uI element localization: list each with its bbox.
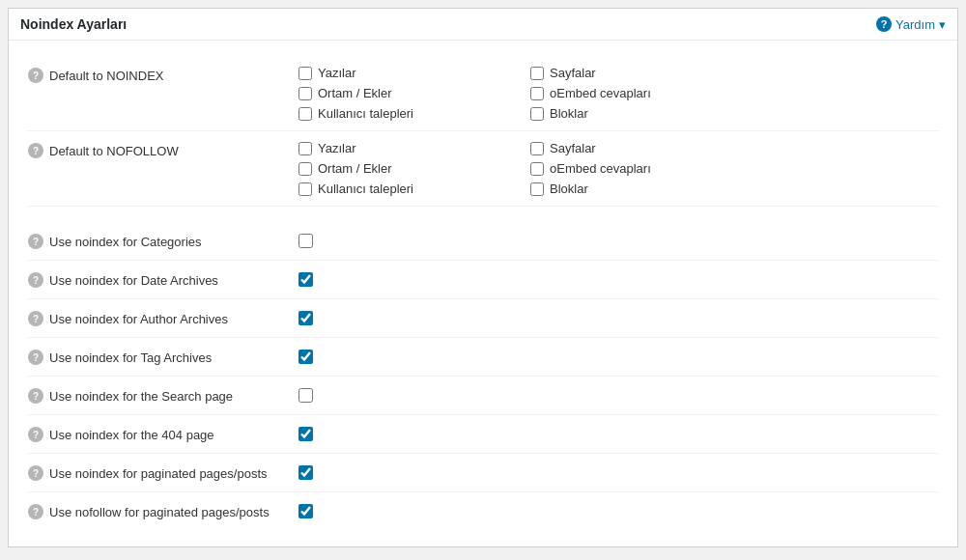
nofollow-kullanici-label[interactable]: Kullanıcı talepleri [318, 182, 413, 196]
row-noindex-author-archives: ? Use noindex for Author Archives [28, 299, 938, 338]
label-text-author-archives: Use noindex for Author Archives [49, 312, 228, 326]
label-text-search-page: Use noindex for the Search page [49, 389, 233, 404]
nofollow-paginated-pages-checkbox[interactable] [298, 504, 313, 518]
row-default-noindex: ? Default to NOINDEX Yazılar Sayfalar O [28, 56, 938, 131]
noindex-paginated-checkbox-wrap [298, 463, 313, 480]
label-nofollow-paginated-pages: ? Use nofollow for paginated pages/posts [28, 502, 298, 519]
noindex-bloklar-checkbox[interactable] [530, 107, 544, 121]
nofollow-checkbox-grid: Yazılar Sayfalar Ortam / Ekler oEmbed ce… [298, 141, 724, 196]
nofollow-bloklar-label[interactable]: Bloklar [550, 182, 588, 196]
row-nofollow-paginated-pages: ? Use nofollow for paginated pages/posts [28, 492, 938, 531]
checkbox-item: Bloklar [530, 182, 724, 196]
noindex-ortam-label[interactable]: Ortam / Ekler [318, 86, 392, 100]
label-default-noindex: ? Default to NOINDEX [28, 66, 298, 83]
label-text-nofollow: Default to NOFOLLOW [49, 144, 179, 158]
noindex-paginated-pages-checkbox[interactable] [298, 465, 313, 480]
noindex-oembed-label[interactable]: oEmbed cevapları [550, 86, 651, 100]
noindex-sayfalar-checkbox[interactable] [530, 67, 544, 80]
noindex-yazılar-checkbox[interactable] [298, 67, 312, 80]
question-icon-paginated-nofollow[interactable]: ? [28, 504, 43, 519]
nofollow-paginated-checkbox-wrap [298, 502, 313, 518]
question-icon-date-archives[interactable]: ? [28, 272, 43, 288]
checkbox-item: Sayfalar [530, 66, 724, 80]
question-icon-author-archives[interactable]: ? [28, 311, 43, 326]
checkbox-item: Ortam / Ekler [298, 161, 492, 176]
label-text-categories: Use noindex for Categories [49, 235, 202, 249]
noindex-categories-checkbox-wrap [298, 232, 313, 248]
checkbox-item: Yazılar [298, 66, 492, 80]
label-text-tag-archives: Use noindex for Tag Archives [49, 350, 212, 365]
row-noindex-tag-archives: ? Use noindex for Tag Archives [28, 338, 938, 377]
chevron-down-icon: ▾ [939, 17, 946, 32]
noindex-checkboxes: Yazılar Sayfalar Ortam / Ekler oEmbed ce… [298, 66, 724, 121]
nofollow-sayfalar-checkbox[interactable] [530, 142, 544, 155]
row-noindex-paginated-pages: ? Use noindex for paginated pages/posts [28, 454, 938, 492]
nofollow-ortam-checkbox[interactable] [298, 162, 312, 176]
nofollow-oembed-checkbox[interactable] [530, 162, 544, 176]
row-default-nofollow: ? Default to NOFOLLOW Yazılar Sayfalar [28, 131, 938, 207]
checkbox-item: Yazılar [298, 141, 492, 155]
help-label: Yardım [895, 17, 935, 32]
noindex-search-page-checkbox[interactable] [298, 388, 313, 403]
row-noindex-404-page: ? Use noindex for the 404 page [28, 415, 938, 454]
noindex-date-archives-checkbox[interactable] [298, 272, 313, 287]
page-title: Noindex Ayarları [20, 16, 127, 32]
label-noindex-paginated-pages: ? Use noindex for paginated pages/posts [28, 463, 298, 481]
nofollow-ortam-label[interactable]: Ortam / Ekler [318, 161, 392, 176]
label-text-noindex: Default to NOINDEX [49, 69, 164, 83]
nofollow-kullanici-checkbox[interactable] [298, 182, 312, 196]
noindex-yazılar-label[interactable]: Yazılar [318, 66, 356, 80]
noindex-kullanici-checkbox[interactable] [298, 107, 312, 121]
divider [28, 207, 938, 222]
label-text-date-archives: Use noindex for Date Archives [49, 273, 218, 288]
nofollow-bloklar-checkbox[interactable] [530, 182, 544, 196]
nofollow-checkboxes: Yazılar Sayfalar Ortam / Ekler oEmbed ce… [298, 141, 724, 196]
row-noindex-date-archives: ? Use noindex for Date Archives [28, 261, 938, 299]
nofollow-sayfalar-label[interactable]: Sayfalar [550, 141, 596, 155]
label-noindex-404-page: ? Use noindex for the 404 page [28, 425, 298, 442]
question-icon-search-page[interactable]: ? [28, 388, 43, 404]
question-icon-nofollow[interactable]: ? [28, 143, 43, 158]
question-icon-404-page[interactable]: ? [28, 427, 43, 442]
noindex-bloklar-label[interactable]: Bloklar [550, 106, 588, 121]
noindex-author-archives-checkbox[interactable] [298, 311, 313, 325]
question-icon-noindex[interactable]: ? [28, 68, 43, 83]
label-noindex-search-page: ? Use noindex for the Search page [28, 386, 298, 404]
noindex-404-page-checkbox-wrap [298, 425, 313, 441]
checkbox-item: Bloklar [530, 106, 724, 121]
settings-content: ? Default to NOINDEX Yazılar Sayfalar O [9, 41, 957, 546]
nofollow-yazılar-checkbox[interactable] [298, 142, 312, 155]
nofollow-oembed-label[interactable]: oEmbed cevapları [550, 161, 651, 176]
label-text-404-page: Use noindex for the 404 page [49, 428, 214, 442]
noindex-checkbox-grid: Yazılar Sayfalar Ortam / Ekler oEmbed ce… [298, 66, 724, 121]
label-text-paginated-noindex: Use noindex for paginated pages/posts [49, 466, 268, 481]
page-header: Noindex Ayarları ? Yardım ▾ [9, 9, 957, 41]
noindex-tag-archives-checkbox-wrap [298, 348, 313, 364]
checkbox-item: Ortam / Ekler [298, 86, 492, 100]
noindex-oembed-checkbox[interactable] [530, 87, 544, 100]
label-noindex-tag-archives: ? Use noindex for Tag Archives [28, 348, 298, 365]
nofollow-yazılar-label[interactable]: Yazılar [318, 141, 356, 155]
help-icon: ? [876, 16, 892, 32]
noindex-kullanici-label[interactable]: Kullanıcı talepleri [318, 106, 413, 121]
question-icon-paginated-noindex[interactable]: ? [28, 465, 43, 481]
noindex-author-archives-checkbox-wrap [298, 309, 313, 325]
noindex-ortam-checkbox[interactable] [298, 87, 312, 100]
checkbox-item: oEmbed cevapları [530, 86, 724, 100]
noindex-categories-checkbox[interactable] [298, 234, 313, 248]
noindex-sayfalar-label[interactable]: Sayfalar [550, 66, 596, 80]
checkbox-item: Sayfalar [530, 141, 724, 155]
noindex-date-archives-checkbox-wrap [298, 270, 313, 287]
label-noindex-author-archives: ? Use noindex for Author Archives [28, 309, 298, 326]
label-noindex-date-archives: ? Use noindex for Date Archives [28, 270, 298, 288]
label-text-paginated-nofollow: Use nofollow for paginated pages/posts [49, 505, 270, 519]
row-noindex-search-page: ? Use noindex for the Search page [28, 377, 938, 415]
noindex-tag-archives-checkbox[interactable] [298, 350, 313, 364]
label-default-nofollow: ? Default to NOFOLLOW [28, 141, 298, 158]
row-noindex-categories: ? Use noindex for Categories [28, 222, 938, 261]
label-noindex-categories: ? Use noindex for Categories [28, 232, 298, 249]
question-icon-categories[interactable]: ? [28, 234, 43, 249]
question-icon-tag-archives[interactable]: ? [28, 350, 43, 365]
noindex-404-page-checkbox[interactable] [298, 427, 313, 441]
help-link[interactable]: ? Yardım ▾ [876, 16, 946, 32]
